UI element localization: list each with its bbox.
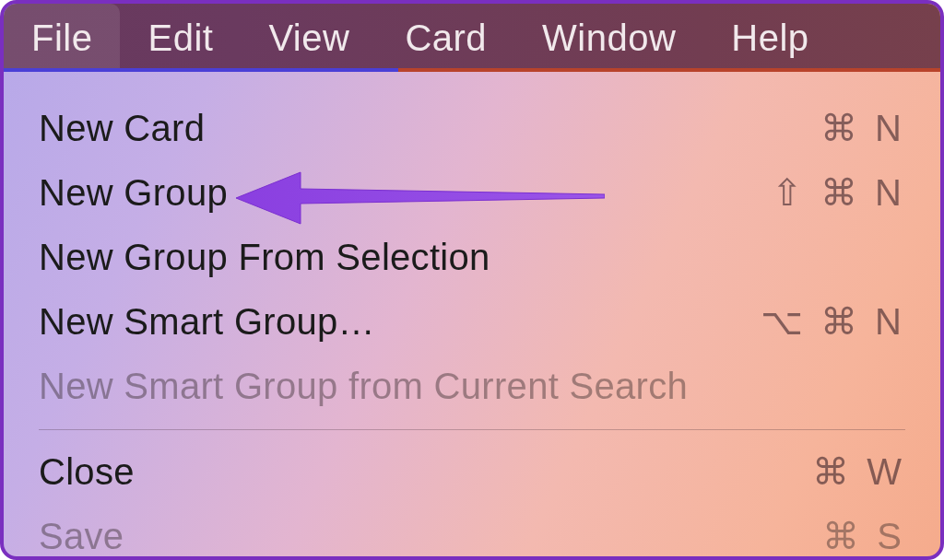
- menuitem-close-shortcut: ⌘ W: [812, 450, 905, 493]
- menuitem-new-smart-group-shortcut: ⌥ ⌘ N: [761, 300, 905, 343]
- menu-card-label: Card: [405, 18, 487, 59]
- menuitem-new-card[interactable]: New Card ⌘ N: [7, 96, 937, 160]
- menuitem-new-smart-group-search-label: New Smart Group from Current Search: [39, 366, 688, 407]
- menuitem-new-group-selection-label: New Group From Selection: [39, 237, 490, 278]
- menuitem-new-group[interactable]: New Group ⇧ ⌘ N: [7, 160, 937, 225]
- menu-help[interactable]: Help: [703, 4, 836, 72]
- menu-edit[interactable]: Edit: [120, 4, 241, 72]
- menuitem-save-shortcut: ⌘ S: [822, 515, 905, 557]
- menuitem-save: Save ⌘ S: [7, 504, 937, 560]
- menuitem-new-smart-group[interactable]: New Smart Group… ⌥ ⌘ N: [7, 289, 937, 354]
- menuitem-new-group-shortcut: ⇧ ⌘ N: [772, 171, 905, 214]
- app-window: File Edit View Card Window Help New Card…: [0, 0, 944, 560]
- menu-window-label: Window: [542, 18, 676, 59]
- menuitem-new-card-label: New Card: [39, 108, 205, 149]
- file-dropdown: New Card ⌘ N New Group ⇧ ⌘ N New Group F…: [7, 76, 937, 553]
- menu-card[interactable]: Card: [377, 4, 514, 72]
- menuitem-new-group-selection[interactable]: New Group From Selection: [7, 225, 937, 289]
- menu-file-label: File: [31, 18, 92, 59]
- menu-view-label: View: [268, 18, 349, 59]
- menu-view[interactable]: View: [241, 4, 377, 72]
- menuitem-new-smart-group-label: New Smart Group…: [39, 301, 375, 343]
- menubar: File Edit View Card Window Help: [4, 4, 940, 72]
- dropdown-separator: [39, 429, 905, 430]
- menu-window[interactable]: Window: [514, 4, 703, 72]
- menu-file[interactable]: File: [4, 4, 120, 72]
- menuitem-new-card-shortcut: ⌘ N: [820, 107, 905, 149]
- menuitem-close[interactable]: Close ⌘ W: [7, 439, 937, 504]
- menu-help-label: Help: [731, 18, 808, 59]
- menuitem-save-label: Save: [39, 516, 124, 557]
- menubar-underline: [4, 68, 940, 72]
- menuitem-new-smart-group-search: New Smart Group from Current Search: [7, 354, 937, 418]
- menu-edit-label: Edit: [148, 18, 213, 59]
- menuitem-close-label: Close: [39, 451, 135, 493]
- menuitem-new-group-label: New Group: [39, 172, 228, 214]
